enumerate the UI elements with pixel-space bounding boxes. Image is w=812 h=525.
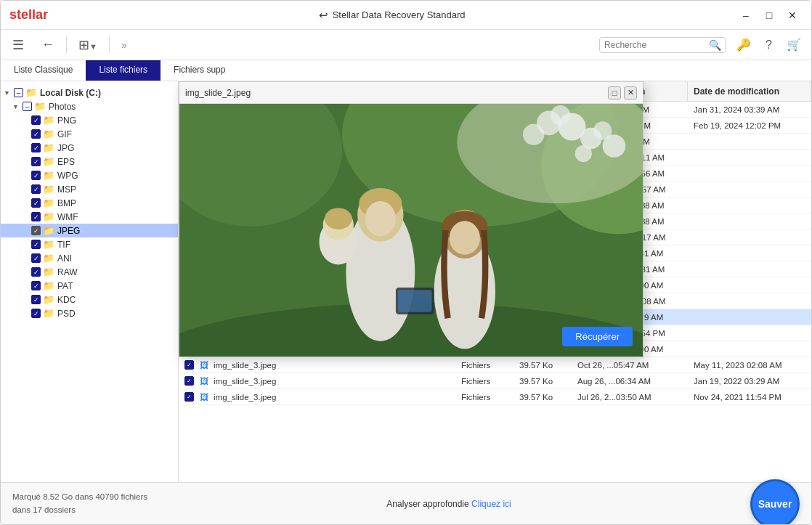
logo-text: ste [9,7,28,22]
checkbox-tif[interactable]: ✓ [31,240,41,249]
sidebar-item-photos[interactable]: ▼ – 📁 Photos [1,99,178,113]
toolbar-divider2 [109,36,110,54]
sidebar-item-msp[interactable]: ✓ 📁 MSP [1,182,178,196]
bottom-center: Analyser approfondie Cliquez ici [159,499,739,509]
checkbox-bmp[interactable]: ✓ [31,198,41,208]
preview-close-button[interactable]: ✕ [624,86,637,99]
checkbox-wpg[interactable]: ✓ [31,171,41,180]
checkbox-jpg[interactable]: ✓ [31,143,41,152]
cart-button[interactable]: 🛒 [782,35,805,54]
sidebar-item-wmf[interactable]: ✓ 📁 WMF [1,210,178,224]
folder-icon-local-disk: 📁 [25,87,37,98]
checkbox-msp[interactable]: ✓ [31,184,41,194]
table-row[interactable]: ✓ 🖼 img_slide_3.jpeg Fichiers 39.57 Ko A… [179,373,811,389]
label-ani: ANI [57,253,72,264]
col-header-modified[interactable]: Date de modification [688,81,811,101]
title-bar: stellar ↩ Stellar Data Recovery Standard… [1,1,811,30]
key-button[interactable]: 🔑 [732,35,755,54]
file-cell-modified: Jan 31, 2024 03:39 AM [688,105,811,114]
preview-title: img_slide_2.jpeg [185,88,251,98]
recover-button[interactable]: Récupérer [562,327,633,346]
label-eps: EPS [57,157,75,167]
sidebar-item-local-disk[interactable]: ▼ – 📁 Local Disk (C:) [1,86,178,99]
sidebar-item-eps[interactable]: ✓ 📁 EPS [1,155,178,168]
folder-icon-msp: 📁 [43,184,54,195]
tab-liste-fichiers[interactable]: Liste fichiers [86,60,161,81]
sidebar-item-raw[interactable]: ✓ 📁 RAW [1,265,178,279]
bottom-info-line2: dans 17 dossiers [12,504,147,516]
file-cell-created: Oct 26, ...05:47 AM [572,361,688,370]
checkbox-psd[interactable]: ✓ [31,309,41,318]
folder-icon-raw: 📁 [43,266,54,277]
minimize-button[interactable]: – [736,5,756,25]
file-cell-name: ✓ 🖼 img_slide_3.jpeg [179,392,455,402]
sidebar-item-gif[interactable]: ✓ 📁 GIF [1,127,178,141]
preview-image-area: Récupérer [179,104,643,357]
close-button[interactable]: ✕ [782,5,803,25]
checkbox-jpeg[interactable]: ✓ [31,226,41,235]
folder-icon-jpeg: 📁 [43,225,54,236]
file-icon: 🖼 [200,392,208,402]
row-checkbox[interactable]: ✓ [184,376,194,386]
checkbox-eps[interactable]: ✓ [31,157,41,166]
sidebar-item-jpg[interactable]: ✓ 📁 JPG [1,141,178,155]
help-button[interactable]: ? [761,36,776,54]
label-raw: RAW [57,267,78,277]
sidebar: ▼ – 📁 Local Disk (C:) ▼ – 📁 Photos ✓ 📁 P… [1,81,179,482]
table-row[interactable]: ✓ 🖼 img_slide_3.jpeg Fichiers 39.57 Ko O… [179,357,811,373]
checkbox-local-disk[interactable]: – [14,88,23,97]
sidebar-item-bmp[interactable]: ✓ 📁 BMP [1,196,178,210]
preview-image [179,104,643,357]
checkbox-raw[interactable]: ✓ [31,267,41,277]
checkbox-photos[interactable]: – [23,102,32,111]
label-kdc: KDC [57,295,76,305]
checkbox-kdc[interactable]: ✓ [31,295,41,304]
analyze-link[interactable]: Cliquez ici [471,499,511,509]
sidebar-item-wpg[interactable]: ✓ 📁 WPG [1,168,178,182]
preview-overlay: img_slide_2.jpeg □ ✕ [179,81,643,357]
sidebar-item-pat[interactable]: ✓ 📁 PAT [1,279,178,293]
file-cell-modified: Feb 19, 2024 12:02 PM [688,121,811,130]
main-content: ▼ – 📁 Local Disk (C:) ▼ – 📁 Photos ✓ 📁 P… [1,81,811,482]
sidebar-item-png[interactable]: ✓ 📁 PNG [1,113,178,127]
row-checkbox[interactable]: ✓ [184,392,194,402]
folder-icon-wmf: 📁 [43,211,54,222]
back-button[interactable]: ← [36,34,60,55]
label-jpeg: JPEG [57,226,80,236]
checkbox-wmf[interactable]: ✓ [31,212,41,221]
file-cell-modified: May 11, 2023 02:08 AM [688,361,811,370]
analyze-text: Analyser approfondie [386,499,468,509]
file-name-label: img_slide_3.jpeg [214,361,276,370]
view-button[interactable]: ⊞▼ [73,34,103,56]
sidebar-item-kdc[interactable]: ✓ 📁 KDC [1,293,178,306]
search-input[interactable] [604,40,706,50]
logo-text2: lar [32,7,48,22]
table-row[interactable]: ✓ 🖼 img_slide_3.jpeg Fichiers 39.57 Ko J… [179,389,811,405]
preview-minimize-button[interactable]: □ [608,86,621,99]
tab-fichiers-supp[interactable]: Fichiers supp [161,60,238,81]
folder-icon-tif: 📁 [43,239,54,250]
menu-button[interactable]: ☰ [7,34,30,56]
sidebar-item-psd[interactable]: ✓ 📁 PSD [1,306,178,320]
maximize-button[interactable]: □ [759,5,779,25]
checkbox-png[interactable]: ✓ [31,115,41,125]
label-local-disk: Local Disk (C:) [40,88,101,98]
title-bar-controls: – □ ✕ [736,5,803,25]
checkbox-gif[interactable]: ✓ [31,129,41,139]
preview-titlebar: img_slide_2.jpeg □ ✕ [179,82,643,104]
file-cell-created: Aug 26, ...06:34 AM [572,377,688,386]
file-cell-size: 39.57 Ko [513,377,572,386]
more-button[interactable]: » [115,36,133,54]
label-gif: GIF [57,129,72,139]
sidebar-item-tif[interactable]: ✓ 📁 TIF [1,237,178,251]
checkbox-pat[interactable]: ✓ [31,281,41,290]
label-psd: PSD [57,309,76,319]
save-button[interactable]: Sauver [750,479,800,526]
tab-liste-classique[interactable]: Liste Classique [1,60,86,81]
checkbox-ani[interactable]: ✓ [31,253,41,263]
bottom-info: Marqué 8.52 Go dans 40790 fichiers dans … [12,491,147,516]
sidebar-item-ani[interactable]: ✓ 📁 ANI [1,251,178,265]
folder-icon-eps: 📁 [43,156,54,167]
sidebar-item-jpeg[interactable]: ✓ 📁 JPEG [1,224,178,237]
row-checkbox[interactable]: ✓ [184,360,194,370]
